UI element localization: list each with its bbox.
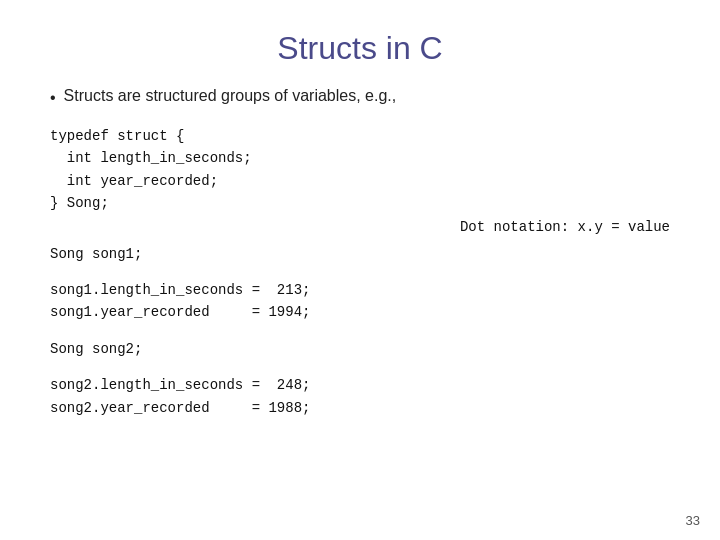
song1-declaration-section: Song song1; — [50, 243, 670, 265]
bullet-text: Structs are structured groups of variabl… — [64, 87, 397, 105]
song2-decl-code: Song song2; — [50, 338, 670, 360]
bullet-symbol: • — [50, 89, 56, 107]
page-number: 33 — [686, 513, 700, 528]
bullet-item: • Structs are structured groups of varia… — [50, 87, 670, 107]
slide-title: Structs in C — [50, 30, 670, 67]
song2-declaration-section: Song song2; — [50, 338, 670, 360]
song1-assign-code: song1.length_in_seconds = 213; song1.yea… — [50, 279, 670, 324]
typedef-struct-code: typedef struct { int length_in_seconds; … — [50, 125, 670, 215]
song2-assign-code: song2.length_in_seconds = 248; song2.yea… — [50, 374, 670, 419]
code-section-1: typedef struct { int length_in_seconds; … — [50, 125, 670, 215]
slide: Structs in C • Structs are structured gr… — [0, 0, 720, 540]
code-section-3: song2.length_in_seconds = 248; song2.yea… — [50, 374, 670, 419]
dot-notation-label: Dot notation: x.y = value — [50, 219, 670, 235]
song1-decl-code: Song song1; — [50, 243, 670, 265]
code-section-2: song1.length_in_seconds = 213; song1.yea… — [50, 279, 670, 324]
